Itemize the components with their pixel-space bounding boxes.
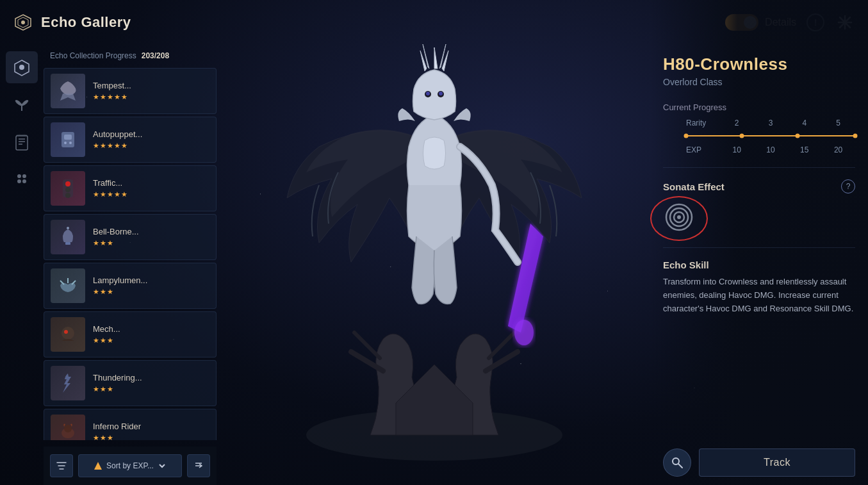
svg-rect-17: [16, 136, 28, 150]
echo-stars-mech: ★★★: [93, 336, 209, 345]
sonata-help-button[interactable]: ?: [841, 179, 855, 193]
echo-info-lampylumen: Lampylumen... ★★★: [93, 275, 209, 296]
current-progress-section: Current Progress Rarity 2 3 4 5 EXP 10: [663, 103, 855, 154]
echo-skill-title: Echo Skill: [663, 259, 855, 270]
echo-name-lampylumen: Lampylumen...: [93, 275, 209, 285]
echo-thumb-lampylumen: [51, 268, 85, 303]
current-progress-title: Current Progress: [663, 103, 855, 112]
echo-thumb-infernorider: [51, 415, 85, 440]
exp-val-10a: 10: [720, 145, 754, 154]
echo-item-thundering[interactable]: Thundering... ★★★: [44, 360, 217, 406]
echo-item-mech[interactable]: Mech... ★★★: [44, 311, 217, 358]
echo-stars-infernorider: ★★★: [93, 434, 209, 440]
sort-label: Sort by EXP...: [106, 461, 154, 470]
header-left: Echo Gallery: [13, 12, 131, 33]
action-bar: Track: [650, 440, 868, 485]
track-button[interactable]: Track: [699, 448, 855, 477]
sonata-title: Sonata Effect: [663, 181, 725, 192]
echo-info-tempest: Tempest... ★★★★★: [93, 81, 209, 101]
svg-point-23: [17, 179, 21, 183]
echo-thumb-autopuppet: [51, 122, 85, 157]
echo-item-tempest[interactable]: Tempest... ★★★★★: [44, 68, 217, 114]
echo-item-lampylumen[interactable]: Lampylumen... ★★★: [44, 263, 217, 309]
rarity-bar-row: [663, 130, 855, 142]
echo-item-infernorider[interactable]: Inferno Rider ★★★: [44, 409, 217, 440]
sort-button[interactable]: Sort by EXP...: [78, 454, 182, 477]
echo-item-autopuppet[interactable]: Autopuppet... ★★★★★: [44, 117, 217, 163]
filter-bar: Sort by EXP...: [44, 447, 217, 485]
echo-skill-section: Echo Skill Transform into Crownless and …: [663, 259, 855, 315]
echo-info-mech: Mech... ★★★: [93, 324, 209, 345]
sonata-icon-container: [663, 201, 695, 236]
svg-point-11: [21, 21, 25, 24]
rarity-header-row: Rarity 2 3 4 5: [663, 119, 855, 127]
echo-info-infernorider: Inferno Rider ★★★: [93, 422, 209, 440]
sonata-header: Sonata Effect ?: [663, 179, 855, 193]
sort-order-button[interactable]: [187, 454, 210, 477]
nav-item-echo[interactable]: [6, 51, 38, 83]
echo-name-thundering: Thundering...: [93, 373, 209, 382]
echo-stars-traffic: ★★★★★: [93, 190, 209, 199]
svg-point-9: [426, 92, 430, 95]
echo-name-bellborne: Bell-Borne...: [93, 227, 209, 236]
svg-point-10: [439, 92, 443, 95]
sonata-effect-section: Sonata Effect ?: [663, 179, 855, 236]
echo-info-thundering: Thundering... ★★★: [93, 373, 209, 393]
exp-label: EXP: [686, 145, 720, 154]
svg-point-21: [17, 174, 21, 178]
collection-progress-header: Echo Collection Progress 203/208: [44, 51, 217, 68]
svg-point-34: [67, 227, 69, 229]
collection-progress-label: Echo Collection Progress: [50, 51, 136, 60]
echo-info-autopuppet: Autopuppet... ★★★★★: [93, 129, 209, 150]
search-action-button[interactable]: [663, 448, 691, 477]
echo-stars-lampylumen: ★★★: [93, 288, 209, 296]
exp-val-15: 15: [787, 145, 821, 154]
left-nav: [0, 51, 44, 195]
nav-item-wing[interactable]: [6, 88, 38, 120]
rarity-val-5: 5: [821, 119, 855, 127]
rarity-val-4: 4: [787, 119, 821, 127]
exp-val-10b: 10: [754, 145, 788, 154]
svg-point-32: [65, 193, 70, 198]
echo-detail-class: Overlord Class: [663, 77, 855, 87]
filter-button[interactable]: [50, 454, 73, 477]
echo-info-traffic: Traffic... ★★★★★: [93, 178, 209, 199]
svg-marker-39: [94, 462, 102, 470]
nav-item-book[interactable]: [6, 126, 38, 158]
rarity-progress-bar: [686, 130, 855, 142]
app-icon: [13, 12, 33, 33]
svg-point-38: [64, 425, 72, 432]
svg-point-6: [514, 320, 534, 345]
echo-name-autopuppet: Autopuppet...: [93, 129, 209, 139]
exp-header-row: EXP 10 10 15 20: [663, 145, 855, 154]
svg-point-16: [19, 65, 24, 70]
echo-stars-tempest: ★★★★★: [93, 93, 209, 101]
collection-progress-value: 203/208: [142, 51, 169, 60]
svg-point-30: [65, 181, 70, 186]
svg-point-35: [61, 327, 74, 340]
echo-item-traffic[interactable]: Traffic... ★★★★★: [44, 165, 217, 211]
echo-stars-thundering: ★★★: [93, 385, 209, 393]
svg-point-45: [677, 215, 681, 219]
echo-item-bellborne[interactable]: Bell-Borne... ★★★: [44, 214, 217, 260]
echo-skill-description: Transform into Crownless and relentlessl…: [663, 275, 855, 315]
svg-point-36: [64, 330, 68, 334]
echo-info-bellborne: Bell-Borne... ★★★: [93, 227, 209, 247]
echo-thumb-bellborne: [51, 220, 85, 254]
svg-point-22: [22, 174, 26, 178]
svg-point-27: [64, 142, 67, 144]
echo-thumb-traffic: [51, 171, 85, 206]
svg-point-31: [65, 187, 70, 192]
rarity-val-3: 3: [754, 119, 788, 127]
echo-name-infernorider: Inferno Rider: [93, 422, 209, 431]
nav-item-dots[interactable]: [6, 163, 38, 195]
divider-2: [663, 247, 855, 248]
exp-val-20: 20: [821, 145, 855, 154]
detail-panel: H80-Crownless Overlord Class Current Pro…: [650, 0, 868, 485]
rarity-label: Rarity: [686, 119, 720, 127]
echo-stars-bellborne: ★★★: [93, 239, 209, 247]
echo-thumb-thundering: [51, 366, 85, 400]
echo-thumb-mech: [51, 317, 85, 352]
svg-rect-26: [64, 135, 72, 140]
sonata-icon: [663, 201, 695, 233]
